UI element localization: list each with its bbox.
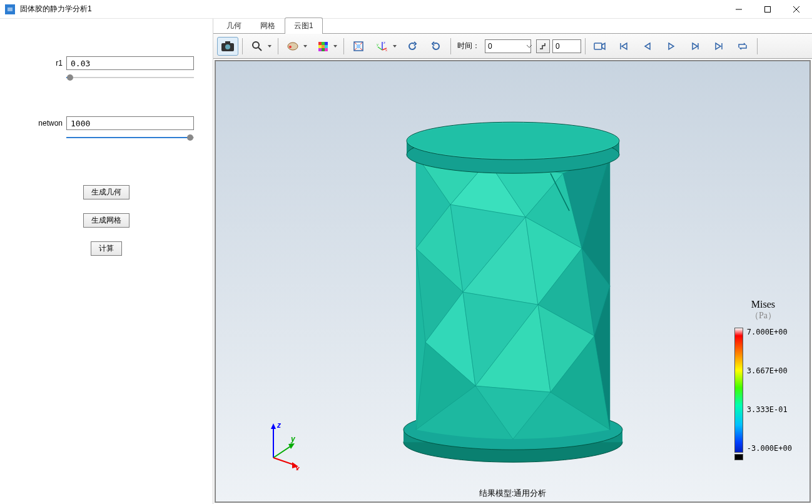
camera-icon — [221, 41, 235, 52]
axes-icon: zyx — [377, 41, 388, 52]
svg-rect-15 — [318, 45, 322, 48]
legend-colorbar — [734, 328, 743, 453]
svg-point-59 — [408, 123, 618, 158]
view-tabs: 几何 网格 云图1 — [213, 19, 812, 34]
close-button[interactable] — [782, 1, 811, 18]
svg-text:z: z — [277, 421, 281, 430]
param-r1-slider[interactable] — [66, 73, 194, 83]
generate-geometry-button[interactable]: 生成几何 — [83, 185, 129, 199]
colormap-button[interactable] — [312, 37, 340, 56]
axis-gizmo: z y x — [261, 420, 305, 470]
svg-text:z: z — [383, 41, 385, 44]
selection-mode-button[interactable] — [282, 37, 310, 56]
last-frame-button[interactable] — [708, 37, 729, 56]
skip-last-icon — [714, 41, 724, 51]
fit-icon — [353, 41, 364, 52]
parameters-panel: r1 netwon 生成几何 生成网格 计算 — [0, 19, 213, 504]
svg-line-66 — [273, 458, 295, 465]
titlebar: 固体胶的静力学分析1 — [0, 0, 812, 19]
first-frame-button[interactable] — [613, 37, 634, 56]
svg-rect-13 — [322, 42, 325, 45]
prev-frame-button[interactable] — [637, 37, 658, 56]
svg-marker-61 — [271, 423, 276, 429]
action-buttons: 生成几何 生成网格 计算 — [19, 185, 194, 256]
selection-icon — [287, 41, 299, 52]
skip-first-icon — [619, 41, 629, 51]
play-rev-icon — [642, 41, 652, 51]
legend-tick-1: 3.667E+00 — [747, 366, 792, 375]
svg-rect-20 — [325, 48, 328, 51]
time-select[interactable] — [485, 39, 531, 53]
minimize-button[interactable] — [724, 1, 753, 18]
param-newton-input[interactable] — [66, 116, 194, 130]
time-label: 时间： — [455, 41, 482, 51]
rotate-ccw-button[interactable] — [402, 37, 423, 56]
svg-rect-17 — [325, 45, 328, 48]
svg-rect-12 — [318, 42, 322, 45]
maximize-button[interactable] — [753, 1, 782, 18]
tab-mesh[interactable]: 网格 — [251, 18, 285, 34]
svg-rect-19 — [322, 48, 325, 51]
param-newton-row: netwon — [19, 116, 194, 130]
zoom-button[interactable] — [246, 37, 274, 56]
step-input[interactable] — [552, 39, 581, 53]
svg-line-63 — [273, 445, 292, 458]
svg-point-6 — [225, 44, 230, 49]
svg-rect-7 — [225, 41, 230, 44]
legend-unit: （Pa） — [750, 310, 776, 321]
svg-rect-14 — [325, 42, 328, 45]
svg-text:y: y — [377, 43, 378, 46]
play-icon — [666, 41, 676, 51]
svg-text:x: x — [295, 465, 300, 470]
svg-rect-2 — [765, 6, 771, 12]
param-r1-input[interactable] — [66, 56, 194, 70]
loop-button[interactable] — [732, 37, 753, 56]
svg-rect-16 — [322, 45, 325, 48]
rotate-cw-button[interactable] — [425, 37, 447, 56]
generate-mesh-button[interactable]: 生成网格 — [83, 213, 129, 228]
magnifier-icon — [251, 41, 263, 52]
svg-marker-64 — [288, 443, 295, 449]
rubik-icon — [317, 41, 328, 52]
tab-geometry[interactable]: 几何 — [217, 18, 251, 34]
play-button[interactable] — [661, 37, 682, 56]
record-button[interactable] — [589, 37, 611, 56]
screenshot-button[interactable] — [217, 37, 238, 56]
svg-text:x: x — [385, 48, 387, 52]
svg-line-24 — [378, 47, 382, 50]
svg-point-8 — [253, 42, 259, 48]
rotate-cw-icon — [430, 41, 442, 52]
app-icon — [5, 4, 15, 14]
legend-tick-0: 7.000E+00 — [747, 328, 792, 336]
model-render — [388, 73, 638, 473]
fit-view-button[interactable] — [348, 37, 369, 56]
svg-point-11 — [289, 46, 292, 48]
window-title: 固体胶的静力学分析1 — [20, 4, 724, 14]
legend-tick-2: 3.333E-01 — [747, 405, 792, 414]
svg-rect-29 — [594, 43, 602, 49]
loop-icon — [737, 41, 748, 51]
step-toggle-button[interactable] — [536, 39, 550, 53]
result-label: 结果模型:通用分析 — [479, 488, 547, 499]
next-frame-button[interactable] — [684, 37, 706, 56]
color-legend: Mises （Pa） 7.000E+00 3.667E+00 3.333E-01… — [734, 299, 792, 460]
viewport-toolbar: zyx 时间： — [213, 34, 812, 59]
compute-button[interactable]: 计算 — [91, 241, 122, 256]
tab-contour[interactable]: 云图1 — [285, 18, 323, 34]
rotate-ccw-icon — [407, 41, 418, 52]
param-r1-label: r1 — [19, 59, 63, 68]
param-r1-row: r1 — [19, 56, 194, 70]
legend-tick-3: -3.000E+00 — [747, 444, 792, 453]
legend-title: Mises — [751, 299, 775, 310]
step-icon — [539, 42, 547, 51]
param-newton-label: netwon — [19, 119, 63, 128]
svg-rect-18 — [318, 48, 322, 51]
step-fwd-icon — [690, 41, 700, 51]
svg-rect-22 — [357, 44, 360, 48]
svg-text:y: y — [290, 435, 296, 443]
param-newton-slider[interactable] — [66, 133, 194, 143]
axis-view-button[interactable]: zyx — [372, 37, 399, 56]
window-controls — [724, 1, 811, 18]
svg-line-9 — [258, 48, 261, 51]
3d-viewport[interactable]: z y x Mises （Pa） 7.000E+00 — [215, 60, 811, 503]
